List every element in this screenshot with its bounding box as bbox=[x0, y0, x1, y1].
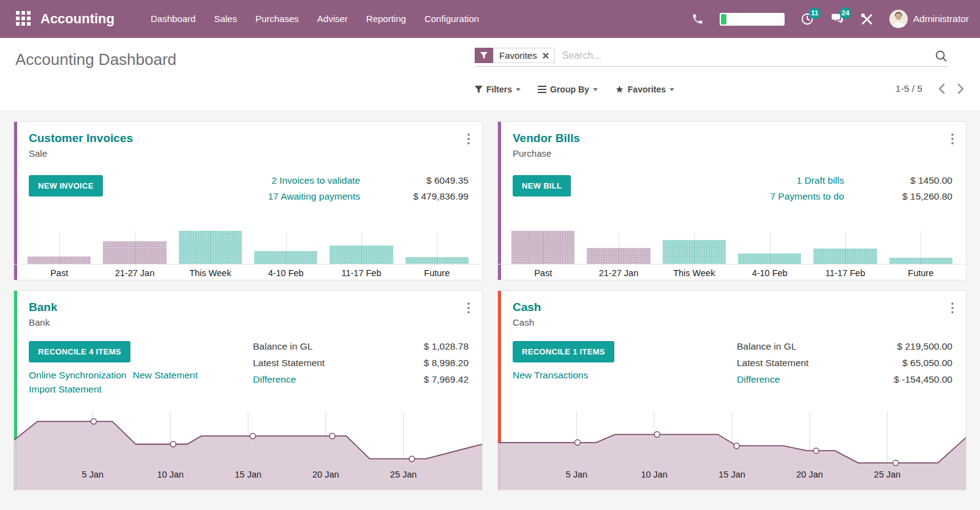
axis-label: 25 Jan bbox=[874, 470, 901, 479]
payments-to-do-link[interactable]: 7 Payments to do bbox=[770, 191, 844, 202]
bar-label: 21-27 Jan bbox=[581, 268, 656, 278]
difference-amount: $ -154,450.00 bbox=[894, 374, 952, 385]
balance-in-gl-amount: $ 1,028.78 bbox=[424, 341, 469, 352]
bill-stats: 1 Draft bills $ 1450.00 7 Payments to do… bbox=[770, 175, 952, 202]
axis-label: 25 Jan bbox=[390, 470, 417, 479]
facet-label: Favorites bbox=[499, 50, 537, 61]
card-title[interactable]: Vendor Bills bbox=[513, 132, 954, 145]
chart-gridline bbox=[286, 231, 287, 264]
pager-previous-icon[interactable] bbox=[938, 83, 945, 94]
filters-dropdown[interactable]: Filters bbox=[475, 84, 521, 94]
data-point-marker bbox=[409, 456, 415, 462]
facet-body: Favorites bbox=[493, 48, 555, 63]
draft-bills-link[interactable]: 1 Draft bills bbox=[770, 175, 844, 186]
import-statement-link[interactable]: Import Statement bbox=[29, 384, 102, 394]
chart-gridline bbox=[437, 231, 437, 264]
bar-slot: 21-27 Jan bbox=[97, 230, 172, 280]
timer-bar[interactable] bbox=[720, 13, 785, 26]
data-point-marker bbox=[734, 443, 739, 449]
difference-link[interactable]: Difference bbox=[737, 374, 894, 385]
awaiting-payments-amount: $ 479,836.99 bbox=[368, 191, 469, 202]
bar-slot: 4-10 Feb bbox=[248, 230, 323, 280]
chart-gridline bbox=[845, 231, 846, 264]
messages-menu[interactable]: 24 bbox=[830, 12, 845, 26]
favorites-dropdown[interactable]: Favorites bbox=[615, 84, 674, 94]
nav-item-adviser[interactable]: Adviser bbox=[308, 0, 357, 38]
invoices-to-validate-amount: $ 6049.35 bbox=[368, 175, 469, 186]
page-title: Accounting Dashboard bbox=[15, 50, 176, 69]
latest-statement-amount: $ 8,998.20 bbox=[424, 358, 469, 369]
card-title[interactable]: Cash bbox=[513, 301, 954, 314]
filters-label: Filters bbox=[486, 84, 512, 94]
chart-gridline bbox=[619, 231, 619, 264]
nav-item-purchases[interactable]: Purchases bbox=[246, 0, 308, 38]
latest-statement-label: Latest Statement bbox=[737, 358, 894, 369]
reconcile-items-button[interactable]: RECONCILE 4 ITEMS bbox=[29, 341, 130, 362]
avatar bbox=[889, 10, 908, 28]
bar-slot: 4-10 Feb bbox=[732, 230, 807, 280]
nav-item-dashboard[interactable]: Dashboard bbox=[141, 0, 205, 38]
kebab-menu-icon[interactable] bbox=[949, 131, 956, 149]
online-synchronization-link[interactable]: Online Synchronization bbox=[29, 370, 126, 380]
bar-label: 4-10 Feb bbox=[248, 268, 323, 278]
card-vendor-bills: Vendor Bills Purchase NEW BILL 1 Draft b… bbox=[497, 121, 967, 280]
caret-down-icon bbox=[516, 88, 521, 91]
nav-item-configuration[interactable]: Configuration bbox=[415, 0, 488, 38]
data-point-marker bbox=[813, 448, 819, 454]
kebab-menu-icon[interactable] bbox=[949, 300, 956, 318]
user-menu[interactable]: Administrator bbox=[889, 10, 969, 28]
bar-label: This Week bbox=[657, 268, 732, 278]
bar-label: 21-27 Jan bbox=[97, 268, 172, 278]
axis-label: 5 Jan bbox=[82, 470, 104, 479]
balance-in-gl-label: Balance in GL bbox=[737, 341, 894, 352]
card-customer-invoices: Customer Invoices Sale NEW INVOICE 2 Inv… bbox=[13, 121, 483, 280]
bar-label: This Week bbox=[173, 268, 248, 278]
card-title[interactable]: Customer Invoices bbox=[29, 132, 470, 145]
new-transactions-link[interactable]: New Transactions bbox=[513, 370, 588, 380]
chart-gridline bbox=[361, 231, 362, 264]
card-subtitle: Cash bbox=[513, 317, 954, 328]
user-name: Administrator bbox=[913, 13, 969, 24]
timer-progress bbox=[721, 14, 726, 24]
top-nav: Accounting Dashboard Sales Purchases Adv… bbox=[0, 0, 980, 38]
facet-remove-icon[interactable] bbox=[543, 53, 549, 59]
reconcile-items-button[interactable]: RECONCILE 1 ITEMS bbox=[513, 341, 614, 362]
line-chart: 5 Jan10 Jan15 Jan20 Jan25 Jan bbox=[498, 408, 966, 490]
funnel-icon bbox=[475, 86, 483, 94]
search-icon[interactable] bbox=[934, 49, 948, 62]
app-name[interactable]: Accounting bbox=[40, 11, 115, 27]
payments-to-do-amount: $ 15,260.80 bbox=[851, 191, 952, 202]
difference-link[interactable]: Difference bbox=[253, 374, 424, 385]
data-point-marker bbox=[654, 432, 660, 437]
data-point-marker bbox=[575, 440, 580, 445]
caret-down-icon bbox=[593, 88, 598, 91]
latest-statement-amount: $ 65,050.00 bbox=[894, 358, 952, 369]
activities-menu[interactable]: 11 bbox=[801, 12, 814, 26]
dashboard-cards: Customer Invoices Sale NEW INVOICE 2 Inv… bbox=[0, 110, 980, 490]
search-input[interactable] bbox=[561, 50, 934, 62]
card-title[interactable]: Bank bbox=[29, 301, 470, 314]
systray: 11 24 Administrator bbox=[692, 10, 969, 28]
pager-next-icon[interactable] bbox=[957, 83, 964, 94]
new-bill-button[interactable]: NEW BILL bbox=[513, 175, 571, 197]
nav-item-reporting[interactable]: Reporting bbox=[357, 0, 415, 38]
bar-label: Future bbox=[883, 268, 959, 278]
group-by-dropdown[interactable]: Group By bbox=[538, 84, 598, 94]
bar-slot: 21-27 Jan bbox=[581, 230, 656, 280]
apps-grid-icon[interactable] bbox=[16, 11, 32, 27]
kebab-menu-icon[interactable] bbox=[465, 131, 472, 149]
bar-label: Future bbox=[399, 268, 475, 278]
axis-label: 10 Jan bbox=[157, 470, 184, 479]
new-invoice-button[interactable]: NEW INVOICE bbox=[29, 175, 103, 197]
invoice-stats: 2 Invoices to validate $ 6049.35 17 Awai… bbox=[268, 175, 469, 202]
phone-icon[interactable] bbox=[692, 13, 704, 25]
awaiting-payments-link[interactable]: 17 Awaiting payments bbox=[268, 191, 360, 202]
invoices-to-validate-link[interactable]: 2 Invoices to validate bbox=[268, 175, 360, 186]
bar-slot: 11-17 Feb bbox=[807, 230, 883, 280]
new-statement-link[interactable]: New Statement bbox=[133, 370, 198, 380]
pager-value: 1-5 / 5 bbox=[895, 83, 922, 94]
tools-icon[interactable] bbox=[861, 13, 873, 26]
bar-slot: Future bbox=[883, 230, 959, 280]
kebab-menu-icon[interactable] bbox=[465, 300, 472, 318]
nav-item-sales[interactable]: Sales bbox=[205, 0, 246, 38]
